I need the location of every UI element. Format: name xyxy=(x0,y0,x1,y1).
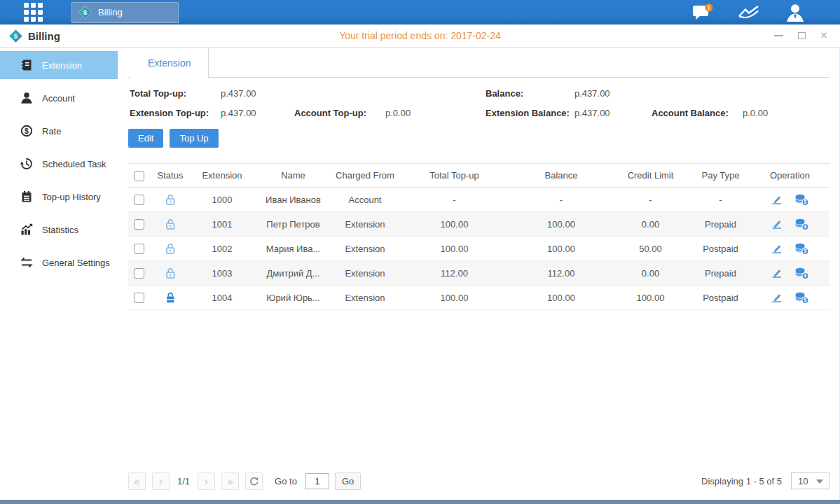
sidebar-item-top-up-history[interactable]: Top-up History xyxy=(0,183,118,211)
next-page-button[interactable]: › xyxy=(198,472,215,490)
goto-page-input[interactable] xyxy=(305,473,329,489)
billing-diamond-icon: $ xyxy=(9,29,22,43)
cell-total-topup: 112.00 xyxy=(397,261,512,286)
user-account-icon[interactable] xyxy=(785,4,805,22)
prev-page-button[interactable]: ‹ xyxy=(152,472,170,490)
extension-book-icon xyxy=(20,59,33,71)
cell-charged-from: Extension xyxy=(333,286,397,310)
row-checkbox[interactable] xyxy=(134,244,144,254)
row-checkbox[interactable] xyxy=(134,219,144,230)
goto-label: Go to xyxy=(275,476,297,486)
cell-pay-type: Prepaid xyxy=(691,261,750,286)
topup-row-button[interactable]: $ xyxy=(794,194,809,206)
desktop-edge xyxy=(0,500,840,504)
extension-topup-value: p.437.00 xyxy=(221,108,294,118)
activity-chart-icon[interactable] xyxy=(738,4,762,20)
row-checkbox[interactable] xyxy=(134,293,144,303)
cell-name: Юрий Юрь... xyxy=(253,286,333,310)
cell-total-topup: - xyxy=(397,188,512,212)
cell-balance: 112.00 xyxy=(512,261,610,286)
table-row: 1004Юрий Юрь...Extension100.00100.00100.… xyxy=(128,286,829,310)
cell-balance: - xyxy=(512,188,610,212)
svg-text:$: $ xyxy=(804,224,807,230)
window-title: Billing xyxy=(28,30,60,42)
sidebar-item-rate[interactable]: $ Rate xyxy=(0,117,118,145)
svg-text:$: $ xyxy=(804,273,807,279)
statistics-chart-icon xyxy=(20,223,33,236)
sidebar-item-label: Account xyxy=(42,93,75,104)
messages-icon[interactable]: ! xyxy=(692,4,714,22)
topup-row-button[interactable]: $ xyxy=(794,218,809,230)
table-header-row: StatusExtensionNameCharged FromTotal Top… xyxy=(128,164,829,188)
row-checkbox[interactable] xyxy=(134,268,144,279)
select-all-checkbox[interactable] xyxy=(134,171,144,181)
cell-charged-from: Extension xyxy=(333,237,397,261)
billing-app-window: $ Billing ! xyxy=(0,0,840,504)
sidebar-item-general-settings[interactable]: General Settings xyxy=(0,248,118,276)
taskbar-billing-tab[interactable]: $ Billing xyxy=(71,2,179,23)
account-topup-value: p.0.00 xyxy=(385,108,486,118)
cell-credit-limit: 50.00 xyxy=(610,237,691,261)
column-header-extension: Extension xyxy=(191,164,253,188)
close-button[interactable]: × xyxy=(820,31,827,41)
topup-row-button[interactable]: $ xyxy=(794,292,809,304)
cell-pay-type: Postpaid xyxy=(691,237,750,261)
topup-row-button[interactable]: $ xyxy=(794,267,809,279)
column-header-operation: Operation xyxy=(750,164,829,188)
taskbar-tab-label: Billing xyxy=(98,7,123,18)
edit-row-button[interactable] xyxy=(771,194,783,205)
topup-row-button[interactable]: $ xyxy=(794,243,809,255)
cell-credit-limit: 0.00 xyxy=(610,261,691,286)
app-launcher-grid-icon[interactable] xyxy=(24,3,43,22)
trial-message: Your trial period ends on: 2017-02-24 xyxy=(0,30,840,41)
table-row: 1003Дмитрий Д...Extension112.00112.000.0… xyxy=(128,261,829,286)
cell-credit-limit: 100.00 xyxy=(610,286,691,310)
cell-balance: 100.00 xyxy=(512,286,610,310)
table-row: 1001Петр ПетровExtension100.00100.000.00… xyxy=(128,212,829,237)
general-settings-sliders-icon xyxy=(20,256,33,269)
cell-pay-type: Postpaid xyxy=(691,286,750,310)
last-page-button[interactable]: » xyxy=(221,472,239,490)
cell-name: Мария Ива... xyxy=(253,237,333,261)
main-content: Extension Total Top-up: p.437.00 Balance… xyxy=(118,48,840,500)
sidebar-item-extension[interactable]: Extension xyxy=(0,51,118,79)
svg-text:$: $ xyxy=(25,127,29,135)
top-up-button[interactable]: Top Up xyxy=(170,129,218,148)
svg-text:$: $ xyxy=(804,200,807,205)
svg-text:$: $ xyxy=(83,8,88,16)
cell-credit-limit: 0.00 xyxy=(610,212,691,237)
edit-row-button[interactable] xyxy=(771,292,783,303)
edit-row-button[interactable] xyxy=(771,267,783,279)
page-size-select[interactable]: 10 xyxy=(791,472,829,489)
go-button[interactable]: Go xyxy=(335,472,361,490)
cell-charged-from: Extension xyxy=(333,212,397,237)
sidebar-item-scheduled-task[interactable]: Scheduled Task xyxy=(0,150,118,178)
svg-text:!: ! xyxy=(708,4,710,10)
cell-total-topup: 100.00 xyxy=(397,237,512,261)
account-user-icon xyxy=(20,92,33,104)
refresh-button[interactable] xyxy=(245,472,263,490)
cell-total-topup: 100.00 xyxy=(397,212,512,237)
tab-extension[interactable]: Extension xyxy=(130,48,209,78)
cell-name: Дмитрий Д... xyxy=(253,261,333,286)
page-size-value: 10 xyxy=(798,476,808,486)
minimize-button[interactable] xyxy=(774,31,783,41)
account-topup-label: Account Top-up: xyxy=(294,108,385,118)
column-header-status: Status xyxy=(149,164,191,188)
column-header-pay-type: Pay Type xyxy=(691,164,750,188)
sidebar-item-account[interactable]: Account xyxy=(0,84,118,112)
pagination-bar: « ‹ 1/1 › » Go to Go Displaying 1 - 5 of… xyxy=(128,466,829,500)
lock-open-icon xyxy=(165,218,177,230)
sidebar-item-statistics[interactable]: Statistics xyxy=(0,216,118,244)
edit-row-button[interactable] xyxy=(771,218,783,230)
row-checkbox[interactable] xyxy=(134,195,144,205)
edit-row-button[interactable] xyxy=(771,243,783,254)
extension-topup-label: Extension Top-up: xyxy=(130,108,221,118)
cell-balance: 100.00 xyxy=(512,237,610,261)
edit-button[interactable]: Edit xyxy=(128,129,163,148)
topup-history-ledger-icon xyxy=(20,190,33,203)
first-page-button[interactable]: « xyxy=(128,472,146,490)
maximize-button[interactable] xyxy=(798,31,806,41)
cell-extension: 1004 xyxy=(191,286,253,310)
account-balance-label: Account Balance: xyxy=(652,108,743,118)
